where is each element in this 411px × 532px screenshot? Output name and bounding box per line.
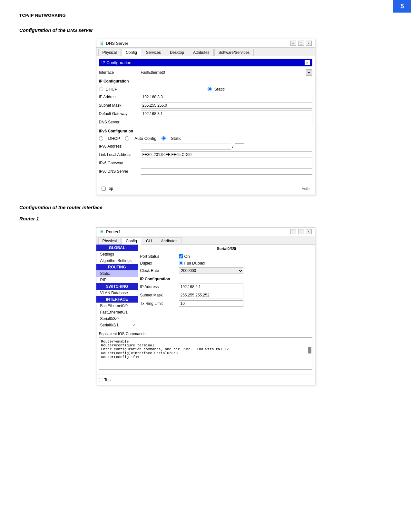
router-minimize-button[interactable]: – [290,229,296,234]
ipv6-radio-row: DHCP Auto Config Static [99,135,312,142]
full-duplex-radio[interactable] [179,261,183,265]
sidebar-item-rip[interactable]: RIP [96,277,138,283]
sidebar-item-settings[interactable]: Settings [96,251,138,257]
sidebar-item-switching[interactable]: SWITCHING [96,283,138,290]
interface-label: Interface [99,70,141,75]
subnet-mask-input[interactable] [141,102,312,109]
dns-minimize-button[interactable]: – [290,41,296,46]
router-ip-address-input[interactable] [179,284,243,290]
router-interface-heading: Configuration of the router interface [19,205,392,210]
dns-bottom-bar: Top Actin [99,184,312,192]
dns-top-checkbox[interactable] [102,187,106,191]
serial-header: Serial0/3/0 [140,247,313,251]
ip-config-header-label: IP Configuration [102,60,132,65]
link-local-label: Link Local Address [99,152,141,157]
clock-rate-label: Clock Rate [140,268,179,273]
tx-ring-label: Tx Ring Limit [140,301,179,306]
sidebar-item-serial030[interactable]: Serial0/3/0 [96,315,138,322]
default-gateway-row: Default Gateway [99,110,312,118]
router-ip-address-row: IP Address [140,283,313,291]
ipv6-gateway-input[interactable] [141,160,312,166]
ip-config-sublabel: IP Configuration [99,79,312,83]
tab-config[interactable]: Config [122,49,141,56]
interface-dropdown-button[interactable]: ▼ [306,69,312,76]
dns-close-button[interactable]: × [306,41,312,46]
router-subnet-mask-input[interactable] [179,292,243,298]
scrollbar-thumb[interactable] [308,347,311,353]
link-local-input[interactable] [141,151,312,158]
router-tab-config[interactable]: Config [122,237,141,245]
dhcp-radio[interactable] [99,87,103,91]
link-local-row: Link Local Address [99,150,312,159]
router-body: GLOBAL Settings Algorithm Settings ROUTI… [96,245,315,328]
ipv6-dhcp-radio[interactable] [99,136,103,140]
sidebar-item-fastethernet00[interactable]: FastEthernet0/0 [96,303,138,309]
tab-attributes[interactable]: Attributes [189,49,214,56]
router-window-controls: – □ × [290,229,312,234]
tab-software-services[interactable]: Software/Services [214,49,254,56]
router-window-body: GLOBAL Settings Algorithm Settings ROUTI… [96,245,315,385]
router-close-button[interactable]: × [306,229,312,234]
sidebar-item-global[interactable]: GLOBAL [96,245,138,251]
dns-window-controls: – □ × [290,41,312,46]
tab-desktop[interactable]: Desktop [166,49,188,56]
sidebar-item-routing[interactable]: ROUTING [96,264,138,270]
router1-window: 🖥 Router1 – □ × Physical Config CLI Attr… [96,227,315,385]
router-tab-physical[interactable]: Physical [98,237,121,244]
router-subnet-mask-row: Subnet Mask [140,291,313,299]
router-window-titlebar: 🖥 Router1 – □ × [96,227,315,236]
ipv6-dhcp-label: DHCP [108,136,120,141]
tab-physical[interactable]: Physical [98,49,121,56]
static-radio[interactable] [208,87,212,91]
dns-window-body: IP Configuration × Interface FastEtherne… [96,56,315,195]
sidebar-item-fastethernet01[interactable]: FastEthernet0/1 [96,309,138,315]
equiv-label: Equivalent IOS Commands [99,332,312,336]
router-maximize-button[interactable]: □ [298,229,304,234]
interface-row: Interface FastEthernet0 ▼ [99,68,312,77]
ipv6-static-radio[interactable] [161,136,166,140]
ipv6-auto-label: Auto Config [134,136,156,141]
ipv6-dns-input[interactable] [141,168,312,175]
sidebar-item-serial031[interactable]: Serial0/3/1 ✓ [96,322,138,328]
ipv6-address-input[interactable] [141,143,231,150]
duplex-row: Duplex Full Duplex [140,260,313,266]
dns-server-input[interactable] [141,119,312,125]
page-number: 5 [393,0,411,13]
sidebar-item-interface[interactable]: INTERFACE [96,296,138,303]
sidebar-item-vlan[interactable]: VLAN Database [96,290,138,296]
ip-address-row: IP Address [99,93,312,101]
clock-rate-row: Clock Rate 2000000 [140,266,313,275]
router-bottom-bar: Top [96,374,315,385]
tx-ring-input[interactable] [179,300,243,307]
sidebar-item-static[interactable]: Static [96,270,138,277]
ip-address-input[interactable] [141,94,312,100]
ipv6-auto-radio[interactable] [125,136,129,140]
tab-services[interactable]: Services [142,49,165,56]
dns-window-titlebar: 🖥 DNS Server – □ × [96,39,315,48]
router1-label: Router 1 [19,216,392,221]
default-gateway-label: Default Gateway [99,111,141,116]
dns-top-checkbox-row: Top [102,186,113,191]
default-gateway-input[interactable] [141,111,312,117]
ipv6-prefix-input[interactable] [235,143,244,149]
full-duplex-label: Full Duplex [184,261,205,266]
router-tab-attributes[interactable]: Attributes [157,237,182,244]
router-top-checkbox-row: Top [99,376,111,383]
dns-maximize-button[interactable]: □ [298,41,304,46]
port-on-checkbox[interactable] [179,254,183,258]
subnet-mask-label: Subnet Mask [99,103,141,108]
router-window-title: Router1 [106,229,290,234]
dns-window-title: DNS Server [106,41,290,46]
duplex-radio-container: Full Duplex [179,261,205,266]
ipv6-gateway-row: IPv6 Gateway [99,159,312,167]
port-on-label: On [184,254,190,259]
router-tab-cli[interactable]: CLI [142,237,156,244]
ip-address-label: IP Address [99,95,141,99]
sidebar-item-algorithm[interactable]: Algorithm Settings [96,257,138,264]
clock-rate-select[interactable]: 2000000 [179,267,243,274]
ip-config-close-button[interactable]: × [305,60,310,65]
equiv-commands-box[interactable]: Router>enable Router#configure terminal … [99,337,312,370]
equiv-commands-text: Router>enable Router#configure terminal … [101,340,310,359]
router-top-checkbox[interactable] [99,378,103,382]
ipv6-address-row: IPv6 Address / [99,142,312,150]
